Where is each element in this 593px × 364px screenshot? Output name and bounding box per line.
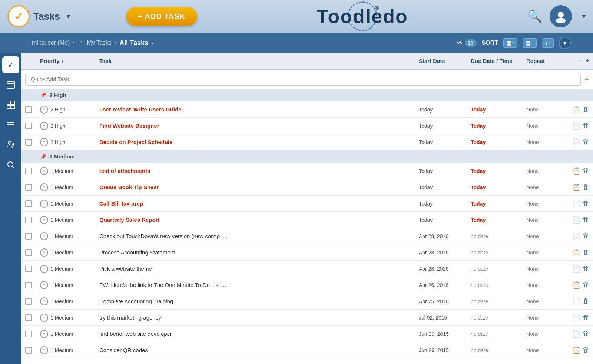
- delete-icon[interactable]: 🗑: [583, 138, 589, 146]
- task-checkbox[interactable]: [25, 347, 32, 354]
- col-repeat-header[interactable]: Repeat: [526, 58, 563, 64]
- priority-dropdown[interactable]: [40, 297, 48, 305]
- sidebar-icon-search[interactable]: [2, 156, 19, 173]
- attachment-icon-empty[interactable]: 📄: [572, 314, 580, 322]
- task-name[interactable]: Check out TouchDown's new version (new c…: [99, 233, 419, 239]
- priority-dropdown[interactable]: [40, 232, 48, 240]
- sidebar-icon-list[interactable]: [2, 116, 19, 133]
- priority-dropdown[interactable]: [40, 265, 48, 273]
- avatar-dropdown[interactable]: ▾: [582, 12, 586, 20]
- attachment-icon-empty[interactable]: 📄: [572, 232, 580, 240]
- task-name[interactable]: Complete Accounting Training: [99, 298, 419, 304]
- priority-dropdown[interactable]: [40, 122, 48, 130]
- header-search-icon[interactable]: 🔍: [527, 9, 542, 23]
- col-task-header[interactable]: Task: [99, 58, 419, 64]
- task-checkbox[interactable]: [25, 139, 32, 146]
- attachment-icon[interactable]: 📋: [572, 346, 580, 354]
- task-checkbox[interactable]: [25, 233, 32, 240]
- col-duedate-header[interactable]: Due Date / Time: [471, 58, 526, 64]
- attachment-icon[interactable]: 📋: [572, 281, 580, 289]
- task-name[interactable]: test of attachments: [99, 168, 419, 174]
- col-startdate-header[interactable]: Start Date: [419, 58, 471, 64]
- priority-dropdown[interactable]: [40, 330, 48, 338]
- priority-dropdown[interactable]: [40, 138, 48, 146]
- task-name[interactable]: try this marketing agency: [99, 314, 419, 321]
- task-checkbox[interactable]: [25, 200, 32, 207]
- priority-dropdown[interactable]: [40, 346, 48, 354]
- breadcrumb-user[interactable]: mikeuser (Me): [32, 40, 70, 46]
- task-name[interactable]: user review: Write Users Guide: [99, 106, 419, 113]
- task-name[interactable]: Decide on Project Schedule: [99, 139, 419, 145]
- delete-icon[interactable]: 🗑: [583, 200, 589, 207]
- task-name[interactable]: Consider QR codes: [99, 347, 419, 353]
- task-checkbox[interactable]: [25, 123, 32, 129]
- priority-dropdown[interactable]: [40, 106, 48, 114]
- add-task-button[interactable]: + ADD TASK: [126, 7, 197, 26]
- task-checkbox[interactable]: [25, 217, 32, 223]
- task-checkbox[interactable]: [25, 184, 32, 191]
- attachment-icon-empty[interactable]: 📄: [572, 330, 580, 338]
- priority-dropdown[interactable]: [40, 314, 48, 322]
- delete-icon[interactable]: 🗑: [583, 183, 589, 191]
- delete-icon[interactable]: 🗑: [583, 281, 589, 289]
- logo-checkmark[interactable]: ✓: [7, 5, 30, 27]
- delete-icon[interactable]: 🗑: [583, 297, 589, 305]
- task-checkbox[interactable]: [25, 314, 32, 321]
- priority-dropdown[interactable]: [40, 183, 48, 191]
- task-name[interactable]: find better web site developer: [99, 331, 419, 337]
- delete-icon[interactable]: 🗑: [583, 167, 589, 175]
- priority-dropdown[interactable]: [40, 281, 48, 289]
- task-checkbox[interactable]: [25, 249, 32, 256]
- attachment-icon-empty[interactable]: 📄: [572, 122, 580, 130]
- task-name[interactable]: Call Bill-tax prep: [99, 200, 419, 207]
- task-name[interactable]: Process Accounting Statement: [99, 249, 419, 256]
- delete-icon[interactable]: 🗑: [583, 232, 589, 240]
- attachment-icon-empty[interactable]: 📄: [572, 138, 580, 146]
- priority-dropdown[interactable]: [40, 248, 48, 257]
- attachment-icon[interactable]: 📋: [572, 248, 580, 257]
- quick-add-input[interactable]: [25, 73, 581, 86]
- delete-icon[interactable]: 🗑: [583, 330, 589, 338]
- avatar[interactable]: [550, 5, 572, 27]
- delete-icon[interactable]: 🗑: [583, 346, 589, 354]
- task-checkbox[interactable]: [25, 266, 32, 272]
- task-checkbox[interactable]: [25, 106, 32, 113]
- attachment-icon[interactable]: 📋: [572, 183, 580, 191]
- task-checkbox[interactable]: [25, 168, 32, 174]
- col-priority-header[interactable]: Priority ↑: [40, 58, 99, 64]
- sidebar-icon-calendar[interactable]: [2, 76, 19, 93]
- attachment-icon-empty[interactable]: 📄: [572, 200, 580, 208]
- sort-button-1[interactable]: ▦↑: [503, 38, 517, 48]
- attachment-icon[interactable]: 📋: [572, 167, 580, 175]
- expand-cols-icon[interactable]: ↔: [577, 57, 583, 64]
- delete-icon[interactable]: 🗑: [583, 216, 589, 224]
- quick-add-plus-icon[interactable]: +: [584, 74, 589, 84]
- priority-dropdown[interactable]: [40, 167, 48, 175]
- task-checkbox[interactable]: [25, 331, 32, 337]
- attachment-icon[interactable]: 📋: [572, 106, 580, 114]
- attachment-icon-empty[interactable]: 📄: [572, 216, 580, 224]
- delete-icon[interactable]: 🗑: [583, 122, 589, 130]
- sidebar-icon-grid[interactable]: [2, 96, 19, 113]
- task-name[interactable]: Create Book Tip Sheet: [99, 184, 419, 190]
- tasks-dropdown[interactable]: ▾: [67, 12, 70, 20]
- sidebar-icon-users[interactable]: [2, 136, 19, 153]
- task-checkbox[interactable]: [25, 282, 32, 288]
- delete-icon[interactable]: 🗑: [583, 314, 589, 321]
- priority-dropdown[interactable]: [40, 200, 48, 208]
- nav-arrow-icon[interactable]: →: [22, 39, 29, 47]
- sort-button-2[interactable]: ▦↓: [523, 38, 537, 48]
- task-name[interactable]: Pick a website theme: [99, 266, 419, 272]
- attachment-icon-empty[interactable]: 📄: [572, 265, 580, 273]
- sidebar-icon-check[interactable]: ✓: [2, 56, 19, 73]
- priority-dropdown[interactable]: [40, 216, 48, 224]
- task-checkbox[interactable]: [25, 298, 32, 305]
- breadcrumb-my-tasks[interactable]: My Tasks: [87, 40, 112, 46]
- task-name[interactable]: FW: Here's the link to The One Minute To…: [99, 282, 419, 288]
- expand-button[interactable]: ▾: [559, 37, 571, 49]
- delete-icon[interactable]: 🗑: [583, 265, 589, 273]
- sort-button-3[interactable]: ↕↕: [542, 38, 554, 48]
- delete-icon[interactable]: 🗑: [583, 248, 589, 256]
- breadcrumb-all-tasks[interactable]: All Tasks: [119, 39, 148, 47]
- delete-icon[interactable]: 🗑: [583, 106, 589, 113]
